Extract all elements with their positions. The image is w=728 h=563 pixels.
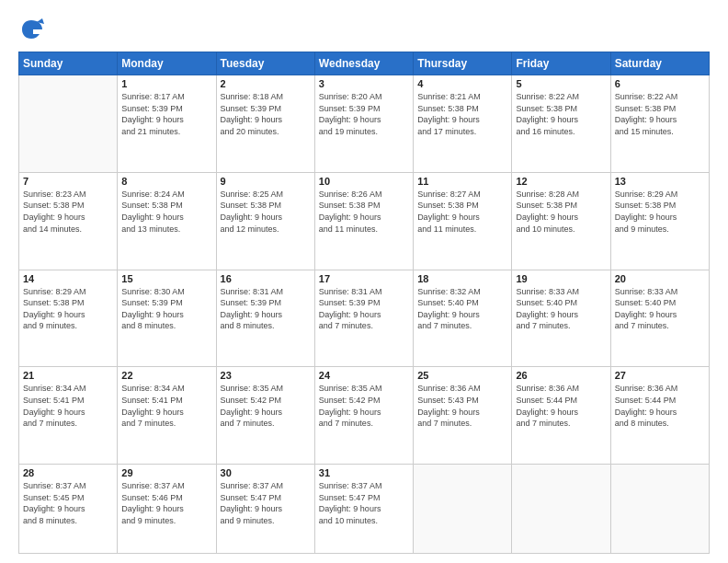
day-number: 2 — [221, 78, 311, 89]
day-info: Sunrise: 8:24 AM Sunset: 5:38 PM Dayligh… — [121, 189, 211, 235]
day-info: Sunrise: 8:29 AM Sunset: 5:38 PM Dayligh… — [615, 189, 705, 235]
calendar-cell: 23Sunrise: 8:35 AM Sunset: 5:42 PM Dayli… — [216, 367, 314, 465]
calendar-cell: 25Sunrise: 8:36 AM Sunset: 5:43 PM Dayli… — [414, 367, 512, 465]
day-number: 22 — [121, 370, 211, 381]
day-info: Sunrise: 8:33 AM Sunset: 5:40 PM Dayligh… — [516, 286, 606, 332]
weekday-header-row: SundayMondayTuesdayWednesdayThursdayFrid… — [19, 52, 710, 75]
calendar-table: SundayMondayTuesdayWednesdayThursdayFrid… — [18, 52, 710, 554]
weekday-header: Sunday — [19, 52, 118, 75]
calendar-cell — [610, 465, 709, 554]
calendar-cell: 9Sunrise: 8:25 AM Sunset: 5:38 PM Daylig… — [216, 172, 314, 270]
calendar-cell: 31Sunrise: 8:37 AM Sunset: 5:47 PM Dayli… — [314, 465, 413, 554]
calendar-cell: 18Sunrise: 8:32 AM Sunset: 5:40 PM Dayli… — [414, 270, 512, 367]
calendar-cell: 13Sunrise: 8:29 AM Sunset: 5:38 PM Dayli… — [610, 172, 709, 270]
day-info: Sunrise: 8:22 AM Sunset: 5:38 PM Dayligh… — [615, 91, 705, 137]
day-number: 18 — [417, 273, 507, 284]
day-info: Sunrise: 8:36 AM Sunset: 5:43 PM Dayligh… — [417, 383, 507, 429]
weekday-header: Tuesday — [216, 52, 314, 75]
calendar-cell: 2Sunrise: 8:18 AM Sunset: 5:39 PM Daylig… — [216, 75, 314, 173]
day-number: 29 — [121, 467, 211, 478]
calendar-cell — [414, 465, 512, 554]
day-info: Sunrise: 8:37 AM Sunset: 5:46 PM Dayligh… — [121, 480, 211, 526]
day-info: Sunrise: 8:36 AM Sunset: 5:44 PM Dayligh… — [516, 383, 606, 429]
day-info: Sunrise: 8:34 AM Sunset: 5:41 PM Dayligh… — [121, 383, 211, 429]
day-number: 5 — [516, 78, 606, 89]
day-info: Sunrise: 8:33 AM Sunset: 5:40 PM Dayligh… — [615, 286, 705, 332]
day-info: Sunrise: 8:18 AM Sunset: 5:39 PM Dayligh… — [221, 91, 311, 137]
day-number: 28 — [23, 467, 113, 478]
day-info: Sunrise: 8:26 AM Sunset: 5:38 PM Dayligh… — [319, 189, 409, 235]
day-number: 13 — [615, 176, 705, 187]
day-number: 9 — [221, 176, 311, 187]
calendar-week-row: 7Sunrise: 8:23 AM Sunset: 5:38 PM Daylig… — [19, 172, 710, 270]
weekday-header: Thursday — [414, 52, 512, 75]
day-info: Sunrise: 8:20 AM Sunset: 5:39 PM Dayligh… — [319, 91, 409, 137]
calendar-cell: 24Sunrise: 8:35 AM Sunset: 5:42 PM Dayli… — [314, 367, 413, 465]
day-info: Sunrise: 8:31 AM Sunset: 5:39 PM Dayligh… — [319, 286, 409, 332]
weekday-header: Friday — [512, 52, 610, 75]
day-info: Sunrise: 8:34 AM Sunset: 5:41 PM Dayligh… — [23, 383, 113, 429]
day-number: 31 — [319, 467, 409, 478]
calendar-cell: 12Sunrise: 8:28 AM Sunset: 5:38 PM Dayli… — [512, 172, 610, 270]
day-number: 20 — [615, 273, 705, 284]
day-info: Sunrise: 8:32 AM Sunset: 5:40 PM Dayligh… — [417, 286, 507, 332]
day-number: 7 — [23, 176, 113, 187]
day-number: 15 — [121, 273, 211, 284]
day-info: Sunrise: 8:37 AM Sunset: 5:47 PM Dayligh… — [319, 480, 409, 526]
calendar-week-row: 21Sunrise: 8:34 AM Sunset: 5:41 PM Dayli… — [19, 367, 710, 465]
day-number: 16 — [221, 273, 311, 284]
calendar-cell: 21Sunrise: 8:34 AM Sunset: 5:41 PM Dayli… — [19, 367, 118, 465]
calendar-cell: 11Sunrise: 8:27 AM Sunset: 5:38 PM Dayli… — [414, 172, 512, 270]
day-number: 3 — [319, 78, 409, 89]
calendar-cell: 3Sunrise: 8:20 AM Sunset: 5:39 PM Daylig… — [314, 75, 413, 173]
calendar-cell: 22Sunrise: 8:34 AM Sunset: 5:41 PM Dayli… — [118, 367, 216, 465]
day-info: Sunrise: 8:17 AM Sunset: 5:39 PM Dayligh… — [121, 91, 211, 137]
day-info: Sunrise: 8:30 AM Sunset: 5:39 PM Dayligh… — [121, 286, 211, 332]
logo — [18, 17, 48, 42]
day-info: Sunrise: 8:21 AM Sunset: 5:38 PM Dayligh… — [417, 91, 507, 137]
day-info: Sunrise: 8:36 AM Sunset: 5:44 PM Dayligh… — [615, 383, 705, 429]
calendar-cell: 28Sunrise: 8:37 AM Sunset: 5:45 PM Dayli… — [19, 465, 118, 554]
day-number: 12 — [516, 176, 606, 187]
day-number: 10 — [319, 176, 409, 187]
calendar-cell: 17Sunrise: 8:31 AM Sunset: 5:39 PM Dayli… — [314, 270, 413, 367]
day-info: Sunrise: 8:23 AM Sunset: 5:38 PM Dayligh… — [23, 189, 113, 235]
calendar-week-row: 1Sunrise: 8:17 AM Sunset: 5:39 PM Daylig… — [19, 75, 710, 173]
calendar-cell: 16Sunrise: 8:31 AM Sunset: 5:39 PM Dayli… — [216, 270, 314, 367]
calendar-week-row: 28Sunrise: 8:37 AM Sunset: 5:45 PM Dayli… — [19, 465, 710, 554]
day-info: Sunrise: 8:31 AM Sunset: 5:39 PM Dayligh… — [221, 286, 311, 332]
day-info: Sunrise: 8:28 AM Sunset: 5:38 PM Dayligh… — [516, 189, 606, 235]
weekday-header: Saturday — [610, 52, 709, 75]
day-info: Sunrise: 8:29 AM Sunset: 5:38 PM Dayligh… — [23, 286, 113, 332]
calendar-cell: 29Sunrise: 8:37 AM Sunset: 5:46 PM Dayli… — [118, 465, 216, 554]
day-info: Sunrise: 8:37 AM Sunset: 5:45 PM Dayligh… — [23, 480, 113, 526]
calendar-cell: 30Sunrise: 8:37 AM Sunset: 5:47 PM Dayli… — [216, 465, 314, 554]
day-number: 21 — [23, 370, 113, 381]
calendar-cell: 27Sunrise: 8:36 AM Sunset: 5:44 PM Dayli… — [610, 367, 709, 465]
day-info: Sunrise: 8:35 AM Sunset: 5:42 PM Dayligh… — [319, 383, 409, 429]
calendar-cell: 5Sunrise: 8:22 AM Sunset: 5:38 PM Daylig… — [512, 75, 610, 173]
day-info: Sunrise: 8:25 AM Sunset: 5:38 PM Dayligh… — [221, 189, 311, 235]
calendar-cell: 1Sunrise: 8:17 AM Sunset: 5:39 PM Daylig… — [118, 75, 216, 173]
weekday-header: Monday — [118, 52, 216, 75]
day-number: 25 — [417, 370, 507, 381]
calendar-cell — [19, 75, 118, 173]
day-number: 26 — [516, 370, 606, 381]
calendar-cell — [512, 465, 610, 554]
day-number: 6 — [615, 78, 705, 89]
day-number: 27 — [615, 370, 705, 381]
calendar-cell: 6Sunrise: 8:22 AM Sunset: 5:38 PM Daylig… — [610, 75, 709, 173]
day-number: 19 — [516, 273, 606, 284]
day-number: 17 — [319, 273, 409, 284]
page: SundayMondayTuesdayWednesdayThursdayFrid… — [0, 0, 728, 563]
day-info: Sunrise: 8:37 AM Sunset: 5:47 PM Dayligh… — [221, 480, 311, 526]
day-number: 30 — [221, 467, 311, 478]
day-number: 14 — [23, 273, 113, 284]
day-info: Sunrise: 8:22 AM Sunset: 5:38 PM Dayligh… — [516, 91, 606, 137]
day-number: 4 — [417, 78, 507, 89]
weekday-header: Wednesday — [314, 52, 413, 75]
calendar-cell: 14Sunrise: 8:29 AM Sunset: 5:38 PM Dayli… — [19, 270, 118, 367]
header — [18, 17, 710, 42]
calendar-cell: 7Sunrise: 8:23 AM Sunset: 5:38 PM Daylig… — [19, 172, 118, 270]
day-number: 1 — [121, 78, 211, 89]
